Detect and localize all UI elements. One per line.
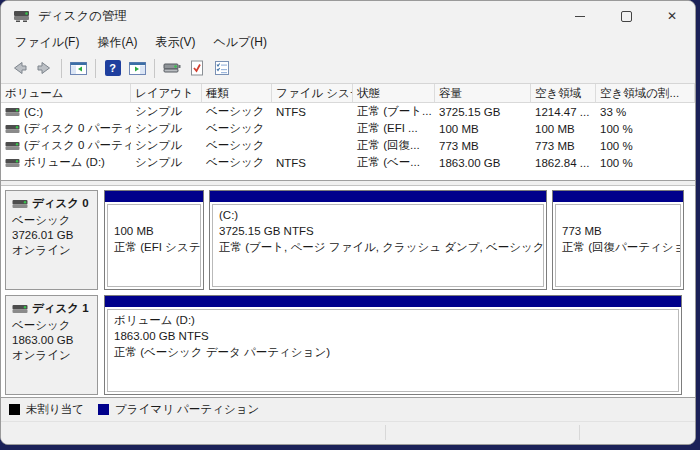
partition-efi[interactable]: 100 MB 正常 (EFI システム パーティション) [104, 190, 204, 290]
show-action-pane-button[interactable] [125, 56, 150, 80]
maximize-button[interactable] [603, 1, 649, 31]
partition-status: 正常 (回復パーティション) [562, 239, 674, 255]
close-button[interactable]: ✕ [649, 1, 695, 31]
back-icon [11, 60, 28, 76]
toolbar-separator [95, 59, 96, 78]
column-header-volume[interactable]: ボリューム [1, 84, 131, 103]
unallocated-label: 未割り当て [26, 402, 84, 417]
volume-free-space: 1862.84 ... [531, 154, 596, 171]
menu-file[interactable]: ファイル(F) [6, 32, 88, 53]
volume-capacity: 773 MB [435, 137, 531, 154]
checklist-button[interactable] [209, 56, 234, 80]
legend-bar: 未割り当て プライマリ パーティション [1, 397, 695, 421]
volume-type: ベーシック [202, 154, 272, 171]
disk-0-partitions: 100 MB 正常 (EFI システム パーティション) (C:) 3725.1… [98, 190, 691, 290]
volume-filesystem: NTFS [272, 154, 353, 171]
column-header-layout[interactable]: レイアウト [131, 84, 202, 103]
volume-row-efi[interactable]: (ディスク 0 パーティシ... シンプル ベーシック 正常 (EFI ... … [1, 120, 695, 137]
toolbar-separator [61, 59, 62, 78]
partition-label [562, 207, 674, 223]
disk-icon [12, 199, 28, 209]
volume-row-c[interactable]: (C:) シンプル ベーシック NTFS 正常 (ブート... 3725.15 … [1, 103, 695, 120]
minimize-button[interactable] [557, 1, 603, 31]
back-button[interactable] [7, 56, 32, 80]
volume-type: ベーシック [202, 137, 272, 154]
partition-size: 3725.15 GB NTFS [219, 223, 537, 239]
disk-status: オンライン [12, 243, 91, 258]
column-header-filesystem[interactable]: ファイル システム [272, 84, 353, 103]
partition-status: 正常 (EFI システム パーティション) [114, 239, 194, 255]
volume-row-d[interactable]: ボリューム (D:) シンプル ベーシック NTFS 正常 (ベー... 186… [1, 154, 695, 171]
partition-color-bar [553, 191, 683, 202]
volume-free-percent: 100 % [596, 154, 695, 171]
partition-status: 正常 (ブート, ページ ファイル, クラッシュ ダンプ, ベーシック データ … [219, 239, 537, 255]
help-button[interactable]: ? [100, 56, 125, 80]
toolbar: ? [1, 53, 695, 84]
disk-1-strip: ディスク 1 ベーシック 1863.00 GB オンライン ボリューム (D:)… [5, 295, 691, 395]
show-console-tree-button[interactable] [66, 56, 91, 80]
volume-icon [5, 158, 20, 168]
volume-icon [5, 141, 20, 151]
disk-status: オンライン [12, 348, 91, 363]
disk-name: ディスク 0 [32, 196, 89, 211]
disk-1-label-panel[interactable]: ディスク 1 ベーシック 1863.00 GB オンライン [5, 295, 98, 395]
volume-free-percent: 100 % [596, 120, 695, 137]
toolbar-separator [154, 59, 155, 78]
volume-status: 正常 (EFI ... [353, 120, 435, 137]
volume-layout: シンプル [131, 154, 202, 171]
volume-filesystem: NTFS [272, 103, 353, 120]
volume-filesystem [272, 137, 353, 154]
disk-size: 1863.00 GB [12, 333, 91, 348]
volume-list-header: ボリューム レイアウト 種類 ファイル システム 状態 容量 空き領域 空き領域… [1, 84, 695, 103]
disk-kind: ベーシック [12, 318, 91, 333]
volume-status: 正常 (ベー... [353, 154, 435, 171]
volume-status: 正常 (ブート... [353, 103, 435, 120]
partition-size: 773 MB [562, 223, 674, 239]
graphical-view-pane: ディスク 0 ベーシック 3726.01 GB オンライン 100 MB 正常 … [1, 185, 695, 397]
volume-free-percent: 100 % [596, 137, 695, 154]
forward-icon [36, 60, 53, 76]
check-document-icon [189, 60, 205, 76]
checklist-icon [214, 60, 230, 76]
volume-layout: シンプル [131, 137, 202, 154]
maximize-icon [621, 11, 632, 22]
unallocated-swatch [9, 404, 20, 415]
disk-kind: ベーシック [12, 213, 91, 228]
partition-color-bar [105, 191, 203, 202]
menu-view[interactable]: 表示(V) [146, 32, 204, 53]
partition-label: (C:) [219, 207, 537, 223]
rescan-disks-button[interactable] [159, 56, 184, 80]
volume-status: 正常 (回復... [353, 137, 435, 154]
partition-c[interactable]: (C:) 3725.15 GB NTFS 正常 (ブート, ページ ファイル, … [209, 190, 547, 290]
disk-0-strip: ディスク 0 ベーシック 3726.01 GB オンライン 100 MB 正常 … [5, 190, 691, 290]
status-separator [579, 425, 580, 440]
disk-1-partitions: ボリューム (D:) 1863.00 GB NTFS 正常 (ベーシック データ… [98, 295, 691, 395]
column-header-capacity[interactable]: 容量 [435, 84, 531, 103]
caption-buttons: ✕ [557, 1, 695, 31]
show-action-pane-icon [129, 61, 147, 76]
column-header-free-percent[interactable]: 空き領域の割... [596, 84, 695, 103]
partition-label [114, 207, 194, 223]
app-drive-icon [13, 9, 30, 23]
column-header-type[interactable]: 種類 [202, 84, 272, 103]
volume-name: (C:) [24, 106, 43, 118]
minimize-icon [575, 16, 585, 17]
primary-partition-swatch [98, 404, 109, 415]
partition-recovery[interactable]: 773 MB 正常 (回復パーティション) [552, 190, 684, 290]
volume-row-recovery[interactable]: (ディスク 0 パーティシ... シンプル ベーシック 正常 (回復... 77… [1, 137, 695, 154]
partition-size: 100 MB [114, 223, 194, 239]
column-header-status[interactable]: 状態 [353, 84, 435, 103]
partition-color-bar [105, 296, 681, 307]
menu-help[interactable]: ヘルプ(H) [204, 32, 276, 53]
show-console-tree-icon [70, 61, 88, 76]
forward-button[interactable] [32, 56, 57, 80]
disk-0-label-panel[interactable]: ディスク 0 ベーシック 3726.01 GB オンライン [5, 190, 98, 290]
volume-free-space: 773 MB [531, 137, 596, 154]
check-document-button[interactable] [184, 56, 209, 80]
partition-d[interactable]: ボリューム (D:) 1863.00 GB NTFS 正常 (ベーシック データ… [104, 295, 682, 395]
volume-filesystem [272, 120, 353, 137]
menu-action[interactable]: 操作(A) [88, 32, 146, 53]
disk-name: ディスク 1 [32, 301, 89, 316]
column-header-free-space[interactable]: 空き領域 [531, 84, 596, 103]
status-bar [1, 421, 695, 444]
